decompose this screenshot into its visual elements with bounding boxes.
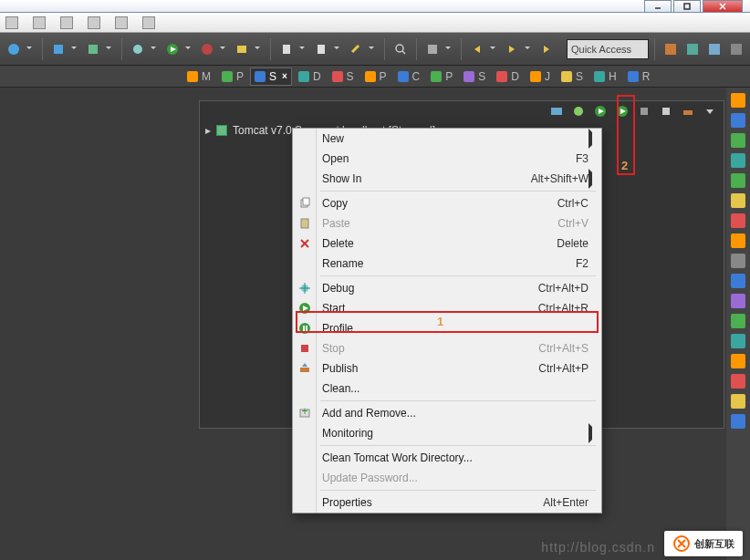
rail-icon[interactable] <box>731 173 745 188</box>
rail-icon[interactable] <box>731 113 745 128</box>
dropdown-icon[interactable] <box>70 39 78 59</box>
tab-label: M <box>202 70 211 83</box>
nav-up-button[interactable] <box>536 39 557 59</box>
rail-icon[interactable] <box>731 254 745 268</box>
menu-item-add-and-remove[interactable]: +Add and Remove... <box>293 403 601 423</box>
svg-rect-16 <box>428 45 437 54</box>
maximize-button[interactable] <box>673 0 701 13</box>
perspective-myeclipse-button[interactable] <box>682 39 703 59</box>
strip-tile <box>33 16 46 29</box>
menu-item-show-in[interactable]: Show InAlt+Shift+W <box>293 169 601 189</box>
search-button[interactable] <box>391 39 411 59</box>
quick-access-field[interactable]: Quick Access <box>567 39 649 59</box>
dropdown-icon[interactable] <box>368 39 375 59</box>
rail-icon[interactable] <box>731 213 745 228</box>
menu-item-monitoring[interactable]: Monitoring <box>293 423 601 443</box>
editor-tab[interactable]: H <box>589 67 621 86</box>
tab-icon <box>464 71 474 82</box>
editor-tab[interactable]: P <box>360 67 391 86</box>
new-wiz-button[interactable] <box>276 39 297 59</box>
new-project-button[interactable] <box>4 39 24 59</box>
build-button[interactable] <box>83 39 103 59</box>
open-type-button[interactable] <box>311 39 331 59</box>
menu-item-delete[interactable]: DeleteDelete <box>293 233 601 254</box>
dropdown-icon[interactable] <box>150 39 157 59</box>
close-button[interactable] <box>703 0 743 13</box>
rail-icon[interactable] <box>731 233 745 248</box>
back-button[interactable] <box>467 39 487 59</box>
menu-item-publish[interactable]: PublishCtrl+Alt+P <box>293 358 601 379</box>
dropdown-icon[interactable] <box>444 39 452 59</box>
toolbar-separator <box>416 38 417 60</box>
svg-rect-30 <box>641 108 648 115</box>
dropdown-icon[interactable] <box>524 39 531 59</box>
editor-tab[interactable]: D <box>294 67 326 86</box>
debug-button[interactable] <box>128 39 148 59</box>
context-menu: NewOpenF3Show InAlt+Shift+WCopyCtrl+CPas… <box>292 128 602 513</box>
menu-item-label: Monitoring <box>317 427 601 440</box>
rail-icon[interactable] <box>731 374 745 389</box>
rail-icon[interactable] <box>731 354 745 368</box>
editor-tab[interactable]: P <box>426 67 457 86</box>
tab-icon <box>431 71 442 82</box>
save-all-button[interactable] <box>48 39 68 59</box>
editor-tab[interactable]: S× <box>250 67 292 86</box>
rail-icon[interactable] <box>731 294 745 308</box>
outline-button[interactable] <box>422 39 443 59</box>
dropdown-icon[interactable] <box>489 39 496 59</box>
editor-tab[interactable]: M <box>182 67 215 86</box>
console-switch-icon[interactable] <box>548 103 565 119</box>
rail-icon[interactable] <box>731 193 745 208</box>
menu-item-properties[interactable]: PropertiesAlt+Enter <box>293 493 601 513</box>
editor-tab[interactable]: S <box>328 67 359 86</box>
editor-tab[interactable]: R <box>623 67 655 86</box>
minimize-button[interactable] <box>644 0 672 13</box>
close-tab-icon[interactable]: × <box>282 71 287 81</box>
rail-icon[interactable] <box>731 414 745 429</box>
dropdown-icon[interactable] <box>298 39 306 59</box>
dropdown-icon[interactable] <box>26 39 33 59</box>
perspective-switch-button[interactable] <box>726 39 746 59</box>
menu-item-new[interactable]: New <box>293 129 601 149</box>
dropdown-icon[interactable] <box>254 39 261 59</box>
perspective-java-button[interactable] <box>661 39 681 59</box>
rail-icon[interactable] <box>731 93 745 108</box>
run-button[interactable] <box>162 39 182 59</box>
editor-tab[interactable]: S <box>557 67 588 86</box>
editor-tab[interactable]: P <box>217 67 248 86</box>
rail-icon[interactable] <box>731 334 745 348</box>
editor-tab[interactable]: S <box>459 67 490 86</box>
dropdown-icon[interactable] <box>184 39 192 59</box>
menu-item-clean-tomcat-work-directory[interactable]: Clean Tomcat Work Directory... <box>293 448 601 468</box>
profile-server-icon[interactable] <box>636 103 652 119</box>
forward-button[interactable] <box>502 39 522 59</box>
editor-tab[interactable]: D <box>492 67 524 86</box>
menu-item-rename[interactable]: RenameF2 <box>293 254 601 274</box>
paint-button[interactable] <box>346 39 366 59</box>
rail-icon[interactable] <box>731 314 745 328</box>
publish-icon[interactable] <box>680 103 696 119</box>
rail-icon[interactable] <box>731 274 745 288</box>
editor-tab[interactable]: J <box>526 67 555 86</box>
menu-item-debug[interactable]: DebugCtrl+Alt+D <box>293 278 601 298</box>
view-menu-icon[interactable] <box>702 103 718 119</box>
tab-label: P <box>380 70 387 83</box>
dropdown-icon[interactable] <box>333 39 340 59</box>
menu-item-open[interactable]: OpenF3 <box>293 149 601 169</box>
menu-item-shortcut: Ctrl+Alt+D <box>538 282 601 295</box>
ext-tools-button[interactable] <box>197 39 217 59</box>
rail-icon[interactable] <box>731 153 745 168</box>
expand-icon[interactable]: ▸ <box>205 124 211 137</box>
menu-item-clean[interactable]: Clean... <box>293 379 601 399</box>
rail-icon[interactable] <box>731 133 745 148</box>
dropdown-icon[interactable] <box>219 39 226 59</box>
perspective-debug-button[interactable] <box>704 39 724 59</box>
new-server-icon[interactable] <box>570 103 587 119</box>
dropdown-icon[interactable] <box>105 39 112 59</box>
new-server-button[interactable] <box>232 39 252 59</box>
rail-icon[interactable] <box>731 394 745 409</box>
editor-tab[interactable]: C <box>393 67 425 86</box>
stop-server-icon[interactable] <box>658 103 674 119</box>
start-debug-icon[interactable] <box>592 103 609 119</box>
menu-item-copy[interactable]: CopyCtrl+C <box>293 193 601 213</box>
